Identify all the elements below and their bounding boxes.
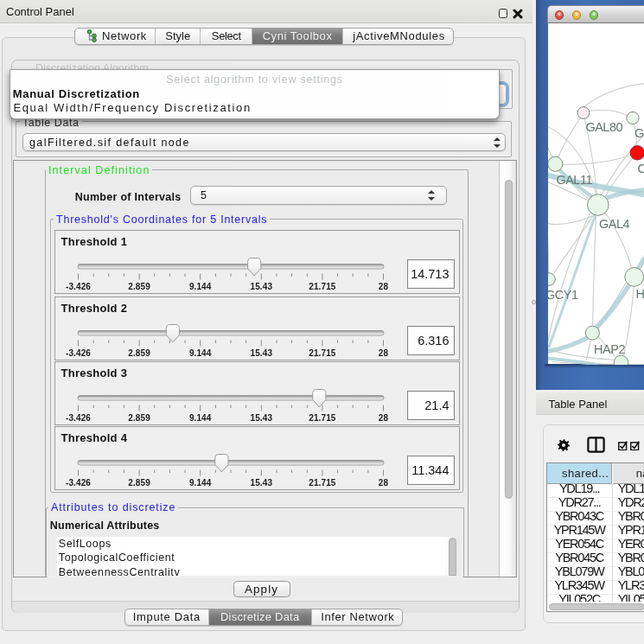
svg-text:HAP2: HAP2 [594,341,625,355]
svg-text:C: C [637,161,644,175]
svg-text:GCY1: GCY1 [548,287,578,301]
svg-text:H: H [635,286,644,300]
svg-text:GAL4: GAL4 [599,217,630,231]
svg-text:G.: G. [634,126,644,140]
svg-text:GAL11: GAL11 [556,172,592,186]
svg-text:GAL80: GAL80 [585,120,622,134]
